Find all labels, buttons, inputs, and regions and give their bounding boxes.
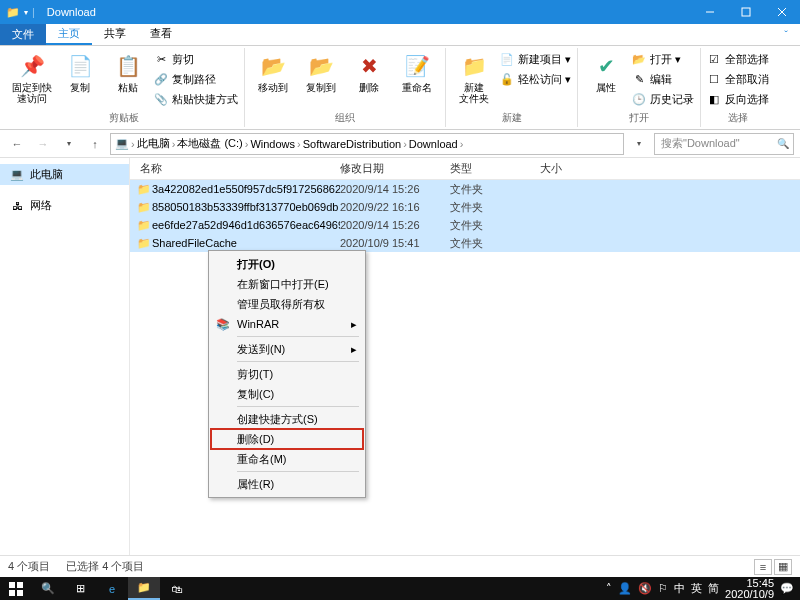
ctx-rename[interactable]: 重命名(M) — [211, 449, 363, 469]
sidebar-item-thispc[interactable]: 💻此电脑 — [0, 164, 129, 185]
tray-people-icon[interactable]: 👤 — [618, 582, 632, 595]
open-button[interactable]: 📂打开 ▾ — [632, 50, 694, 68]
moveto-icon: 📂 — [259, 52, 287, 80]
ctx-admin[interactable]: 管理员取得所有权 — [211, 294, 363, 314]
svg-rect-4 — [9, 582, 15, 588]
dropdown-icon[interactable]: ▾ — [24, 8, 28, 17]
table-row[interactable]: 📁3a422082ed1e550f957dc5f9172568622020/9/… — [130, 180, 800, 198]
context-menu: 打开(O) 在新窗口中打开(E) 管理员取得所有权 📚WinRAR▸ 发送到(N… — [208, 250, 366, 498]
maximize-button[interactable] — [728, 0, 764, 24]
moveto-button[interactable]: 📂移动到 — [251, 48, 295, 93]
view-details-button[interactable]: ≡ — [754, 559, 772, 575]
menubar: 文件 主页 共享 查看 ˇ — [0, 24, 800, 46]
paste-button[interactable]: 📋粘贴 — [106, 48, 150, 93]
ctx-delete[interactable]: 删除(D) — [211, 429, 363, 449]
pasteshortcut-button[interactable]: 📎粘贴快捷方式 — [154, 90, 238, 108]
copyto-icon: 📂 — [307, 52, 335, 80]
selectall-button[interactable]: ☑全部选择 — [707, 50, 769, 68]
tab-file[interactable]: 文件 — [0, 24, 46, 45]
copyto-button[interactable]: 📂复制到 — [299, 48, 343, 93]
shortcut-icon: 📎 — [154, 92, 168, 106]
ctx-open-new[interactable]: 在新窗口中打开(E) — [211, 274, 363, 294]
col-size[interactable]: 大小 — [540, 161, 600, 176]
ctx-create-shortcut[interactable]: 创建快捷方式(S) — [211, 409, 363, 429]
breadcrumb-part[interactable]: 本地磁盘 (C:) — [177, 136, 242, 151]
col-type[interactable]: 类型 — [450, 161, 540, 176]
edit-button[interactable]: ✎编辑 — [632, 70, 694, 88]
search-input[interactable]: 搜索"Download" — [654, 133, 794, 155]
addressbar: ← → ▾ ↑ 💻› 此电脑› 本地磁盘 (C:)› Windows› Soft… — [0, 130, 800, 158]
newitem-button[interactable]: 📄新建项目 ▾ — [500, 50, 571, 68]
file-area: 名称 修改日期 类型 大小 📁3a422082ed1e550f957dc5f91… — [130, 158, 800, 555]
cut-button[interactable]: ✂剪切 — [154, 50, 238, 68]
table-row[interactable]: 📁ee6fde27a52d946d1d636576eac649692020/9/… — [130, 216, 800, 234]
taskbar-taskview-button[interactable]: ⊞ — [64, 577, 96, 600]
sidebar-item-network[interactable]: 🖧网络 — [0, 195, 129, 216]
history-icon: 🕒 — [632, 92, 646, 106]
properties-button[interactable]: ✔属性 — [584, 48, 628, 93]
history-button[interactable]: 🕒历史记录 — [632, 90, 694, 108]
delete-button[interactable]: ✖删除 — [347, 48, 391, 93]
ctx-open[interactable]: 打开(O) — [211, 254, 363, 274]
easyaccess-button[interactable]: 🔓轻松访问 ▾ — [500, 70, 571, 88]
selectall-icon: ☑ — [707, 52, 721, 66]
close-button[interactable] — [764, 0, 800, 24]
selectnone-button[interactable]: ☐全部取消 — [707, 70, 769, 88]
tab-view[interactable]: 查看 — [138, 24, 184, 45]
breadcrumb-part[interactable]: 此电脑 — [137, 136, 170, 151]
chevron-right-icon: ▸ — [351, 318, 357, 331]
breadcrumb-part[interactable]: Windows — [250, 138, 295, 150]
copy-button[interactable]: 📄复制 — [58, 48, 102, 93]
start-button[interactable] — [0, 577, 32, 600]
ctx-copy[interactable]: 复制(C) — [211, 384, 363, 404]
tab-share[interactable]: 共享 — [92, 24, 138, 45]
nav-up-button[interactable]: ↑ — [84, 133, 106, 155]
pc-icon: 💻 — [115, 137, 129, 150]
breadcrumb-part[interactable]: SoftwareDistribution — [303, 138, 401, 150]
view-icons-button[interactable]: ▦ — [774, 559, 792, 575]
file-list[interactable]: 📁3a422082ed1e550f957dc5f9172568622020/9/… — [130, 180, 800, 555]
taskbar-edge-button[interactable]: e — [96, 577, 128, 600]
newfolder-button[interactable]: 📁新建 文件夹 — [452, 48, 496, 104]
breadcrumb[interactable]: 💻› 此电脑› 本地磁盘 (C:)› Windows› SoftwareDist… — [110, 133, 624, 155]
minimize-button[interactable] — [692, 0, 728, 24]
ribbon-collapse-button[interactable]: ˇ — [772, 24, 800, 45]
titlebar: 📁 ▾ | Download — [0, 0, 800, 24]
separator — [237, 471, 359, 472]
nav-recent-button[interactable]: ▾ — [58, 133, 80, 155]
tray-volume-icon[interactable]: 🔇 — [638, 582, 652, 595]
breadcrumb-part[interactable]: Download — [409, 138, 458, 150]
scissors-icon: ✂ — [154, 52, 168, 66]
ctx-winrar[interactable]: 📚WinRAR▸ — [211, 314, 363, 334]
taskbar: 🔍 ⊞ e 📁 🛍 ˄ 👤 🔇 ⚐ 中 英 简 15:45 2020/10/9 … — [0, 577, 800, 600]
ime-indicator[interactable]: 简 — [708, 581, 719, 596]
refresh-button[interactable]: ▾ — [628, 133, 650, 155]
rename-button[interactable]: 📝重命名 — [395, 48, 439, 93]
ctx-properties[interactable]: 属性(R) — [211, 474, 363, 494]
path-icon: 🔗 — [154, 72, 168, 86]
open-icon: 📂 — [632, 52, 646, 66]
tab-home[interactable]: 主页 — [46, 24, 92, 45]
nav-forward-button[interactable]: → — [32, 133, 54, 155]
invertselect-button[interactable]: ◧反向选择 — [707, 90, 769, 108]
taskbar-explorer-button[interactable]: 📁 — [128, 577, 160, 600]
nav-back-button[interactable]: ← — [6, 133, 28, 155]
taskbar-clock[interactable]: 15:45 2020/10/9 — [725, 578, 774, 600]
tray-notifications-icon[interactable]: 💬 — [780, 582, 794, 595]
col-name[interactable]: 名称 — [130, 161, 340, 176]
taskbar-store-button[interactable]: 🛍 — [160, 577, 192, 600]
col-date[interactable]: 修改日期 — [340, 161, 450, 176]
window-title: Download — [47, 6, 96, 18]
tray-security-icon[interactable]: ⚐ — [658, 582, 668, 595]
ime-indicator[interactable]: 英 — [691, 581, 702, 596]
tray-chevron-up-icon[interactable]: ˄ — [606, 582, 612, 595]
ctx-sendto[interactable]: 发送到(N)▸ — [211, 339, 363, 359]
copypath-button[interactable]: 🔗复制路径 — [154, 70, 238, 88]
group-open-label: 打开 — [584, 111, 694, 127]
ctx-cut[interactable]: 剪切(T) — [211, 364, 363, 384]
pin-quickaccess-button[interactable]: 📌固定到快速访问 — [10, 48, 54, 104]
taskbar-search-button[interactable]: 🔍 — [32, 577, 64, 600]
column-headers: 名称 修改日期 类型 大小 — [130, 158, 800, 180]
ime-indicator[interactable]: 中 — [674, 581, 685, 596]
table-row[interactable]: 📁858050183b53339ffbf313770eb069db2020/9/… — [130, 198, 800, 216]
